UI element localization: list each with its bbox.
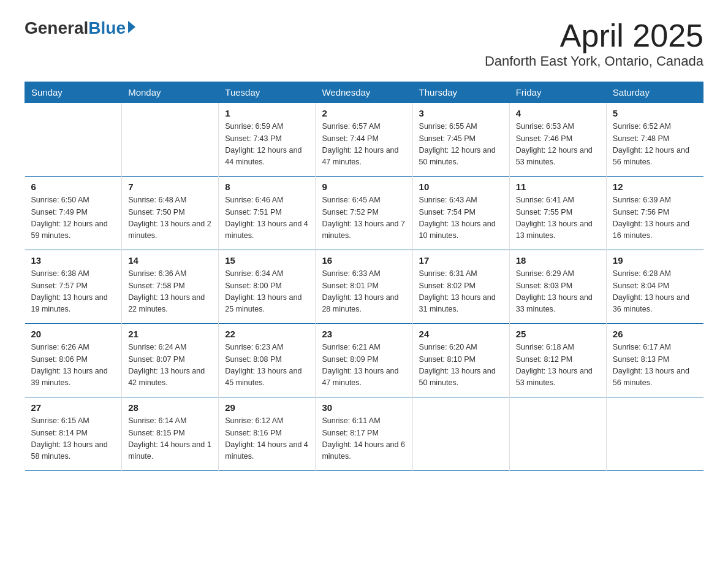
column-header-monday: Monday	[122, 82, 219, 103]
calendar-cell: 21Sunrise: 6:24 AM Sunset: 8:07 PM Dayli…	[122, 324, 219, 397]
day-info: Sunrise: 6:59 AM Sunset: 7:43 PM Dayligh…	[225, 121, 309, 169]
calendar-cell	[509, 397, 606, 471]
day-number: 20	[31, 329, 116, 339]
day-info: Sunrise: 6:20 AM Sunset: 8:10 PM Dayligh…	[419, 342, 503, 389]
calendar-cell: 8Sunrise: 6:46 AM Sunset: 7:51 PM Daylig…	[219, 177, 316, 250]
calendar-cell	[412, 397, 509, 471]
day-info: Sunrise: 6:17 AM Sunset: 8:13 PM Dayligh…	[613, 342, 697, 389]
day-info: Sunrise: 6:24 AM Sunset: 8:07 PM Dayligh…	[128, 342, 212, 389]
day-number: 16	[322, 255, 406, 266]
day-info: Sunrise: 6:26 AM Sunset: 8:06 PM Dayligh…	[31, 342, 116, 389]
day-number: 17	[419, 255, 503, 266]
calendar-cell: 30Sunrise: 6:11 AM Sunset: 8:17 PM Dayli…	[316, 397, 412, 471]
day-number: 8	[225, 182, 309, 192]
logo: General Blue	[25, 18, 135, 38]
day-number: 26	[613, 329, 697, 339]
day-info: Sunrise: 6:52 AM Sunset: 7:48 PM Dayligh…	[613, 121, 697, 169]
day-info: Sunrise: 6:39 AM Sunset: 7:56 PM Dayligh…	[613, 194, 697, 242]
calendar-cell: 2Sunrise: 6:57 AM Sunset: 7:44 PM Daylig…	[316, 103, 412, 177]
day-info: Sunrise: 6:33 AM Sunset: 8:01 PM Dayligh…	[322, 268, 406, 316]
calendar-cell: 7Sunrise: 6:48 AM Sunset: 7:50 PM Daylig…	[122, 177, 219, 250]
calendar-cell: 4Sunrise: 6:53 AM Sunset: 7:46 PM Daylig…	[509, 103, 606, 177]
calendar-cell: 26Sunrise: 6:17 AM Sunset: 8:13 PM Dayli…	[606, 324, 703, 397]
title-section: April 2025 Danforth East York, Ontario, …	[485, 18, 703, 69]
logo-blue-text: Blue	[88, 18, 126, 38]
calendar-cell: 3Sunrise: 6:55 AM Sunset: 7:45 PM Daylig…	[412, 103, 509, 177]
day-number: 29	[225, 402, 309, 413]
day-number: 13	[31, 255, 116, 266]
day-number: 23	[322, 329, 406, 339]
calendar-cell: 12Sunrise: 6:39 AM Sunset: 7:56 PM Dayli…	[606, 177, 703, 250]
day-info: Sunrise: 6:53 AM Sunset: 7:46 PM Dayligh…	[516, 121, 600, 169]
day-info: Sunrise: 6:43 AM Sunset: 7:54 PM Dayligh…	[419, 194, 503, 242]
column-header-wednesday: Wednesday	[316, 82, 412, 103]
day-info: Sunrise: 6:31 AM Sunset: 8:02 PM Dayligh…	[419, 268, 503, 316]
calendar-week-row: 6Sunrise: 6:50 AM Sunset: 7:49 PM Daylig…	[25, 177, 703, 250]
calendar-cell: 20Sunrise: 6:26 AM Sunset: 8:06 PM Dayli…	[25, 324, 122, 397]
calendar-cell: 16Sunrise: 6:33 AM Sunset: 8:01 PM Dayli…	[316, 250, 412, 324]
day-info: Sunrise: 6:29 AM Sunset: 8:03 PM Dayligh…	[516, 268, 600, 316]
calendar-cell: 23Sunrise: 6:21 AM Sunset: 8:09 PM Dayli…	[316, 324, 412, 397]
day-number: 28	[128, 402, 212, 413]
day-number: 22	[225, 329, 309, 339]
calendar-cell: 24Sunrise: 6:20 AM Sunset: 8:10 PM Dayli…	[412, 324, 509, 397]
day-number: 2	[322, 108, 406, 118]
calendar-header-row: SundayMondayTuesdayWednesdayThursdayFrid…	[25, 82, 703, 103]
day-info: Sunrise: 6:23 AM Sunset: 8:08 PM Dayligh…	[225, 342, 309, 389]
page-header: General Blue April 2025 Danforth East Yo…	[25, 18, 703, 69]
day-info: Sunrise: 6:41 AM Sunset: 7:55 PM Dayligh…	[516, 194, 600, 242]
calendar-cell: 27Sunrise: 6:15 AM Sunset: 8:14 PM Dayli…	[25, 397, 122, 471]
calendar-cell: 10Sunrise: 6:43 AM Sunset: 7:54 PM Dayli…	[412, 177, 509, 250]
calendar-cell: 9Sunrise: 6:45 AM Sunset: 7:52 PM Daylig…	[316, 177, 412, 250]
calendar-week-row: 27Sunrise: 6:15 AM Sunset: 8:14 PM Dayli…	[25, 397, 703, 471]
month-title: April 2025	[485, 18, 703, 53]
day-info: Sunrise: 6:21 AM Sunset: 8:09 PM Dayligh…	[322, 342, 406, 389]
day-info: Sunrise: 6:11 AM Sunset: 8:17 PM Dayligh…	[322, 415, 406, 463]
day-info: Sunrise: 6:15 AM Sunset: 8:14 PM Dayligh…	[31, 415, 116, 463]
calendar-week-row: 20Sunrise: 6:26 AM Sunset: 8:06 PM Dayli…	[25, 324, 703, 397]
day-number: 27	[31, 402, 116, 413]
column-header-friday: Friday	[509, 82, 606, 103]
calendar-cell: 25Sunrise: 6:18 AM Sunset: 8:12 PM Dayli…	[509, 324, 606, 397]
day-info: Sunrise: 6:38 AM Sunset: 7:57 PM Dayligh…	[31, 268, 116, 316]
day-number: 7	[128, 182, 212, 192]
calendar-week-row: 13Sunrise: 6:38 AM Sunset: 7:57 PM Dayli…	[25, 250, 703, 324]
calendar-cell	[606, 397, 703, 471]
day-info: Sunrise: 6:28 AM Sunset: 8:04 PM Dayligh…	[613, 268, 697, 316]
day-number: 12	[613, 182, 697, 192]
column-header-tuesday: Tuesday	[219, 82, 316, 103]
column-header-saturday: Saturday	[606, 82, 703, 103]
day-number: 30	[322, 402, 406, 413]
calendar-cell: 14Sunrise: 6:36 AM Sunset: 7:58 PM Dayli…	[122, 250, 219, 324]
day-info: Sunrise: 6:36 AM Sunset: 7:58 PM Dayligh…	[128, 268, 212, 316]
day-number: 6	[31, 182, 116, 192]
day-number: 9	[322, 182, 406, 192]
day-info: Sunrise: 6:34 AM Sunset: 8:00 PM Dayligh…	[225, 268, 309, 316]
day-info: Sunrise: 6:55 AM Sunset: 7:45 PM Dayligh…	[419, 121, 503, 169]
day-info: Sunrise: 6:46 AM Sunset: 7:51 PM Dayligh…	[225, 194, 309, 242]
calendar-cell: 18Sunrise: 6:29 AM Sunset: 8:03 PM Dayli…	[509, 250, 606, 324]
day-number: 15	[225, 255, 309, 266]
logo-general-text: General	[25, 18, 88, 38]
day-number: 14	[128, 255, 212, 266]
logo-arrow-icon	[128, 21, 135, 33]
day-number: 18	[516, 255, 600, 266]
calendar-cell: 11Sunrise: 6:41 AM Sunset: 7:55 PM Dayli…	[509, 177, 606, 250]
calendar-table: SundayMondayTuesdayWednesdayThursdayFrid…	[25, 82, 703, 471]
calendar-cell: 13Sunrise: 6:38 AM Sunset: 7:57 PM Dayli…	[25, 250, 122, 324]
location-title: Danforth East York, Ontario, Canada	[485, 53, 703, 69]
calendar-cell: 6Sunrise: 6:50 AM Sunset: 7:49 PM Daylig…	[25, 177, 122, 250]
column-header-thursday: Thursday	[412, 82, 509, 103]
calendar-cell: 15Sunrise: 6:34 AM Sunset: 8:00 PM Dayli…	[219, 250, 316, 324]
calendar-cell: 1Sunrise: 6:59 AM Sunset: 7:43 PM Daylig…	[219, 103, 316, 177]
day-info: Sunrise: 6:50 AM Sunset: 7:49 PM Dayligh…	[31, 194, 116, 242]
calendar-cell: 22Sunrise: 6:23 AM Sunset: 8:08 PM Dayli…	[219, 324, 316, 397]
day-number: 4	[516, 108, 600, 118]
day-number: 5	[613, 108, 697, 118]
logo-blue-part: Blue	[88, 18, 135, 38]
day-number: 19	[613, 255, 697, 266]
day-number: 1	[225, 108, 309, 118]
calendar-cell: 17Sunrise: 6:31 AM Sunset: 8:02 PM Dayli…	[412, 250, 509, 324]
calendar-week-row: 1Sunrise: 6:59 AM Sunset: 7:43 PM Daylig…	[25, 103, 703, 177]
day-number: 3	[419, 108, 503, 118]
